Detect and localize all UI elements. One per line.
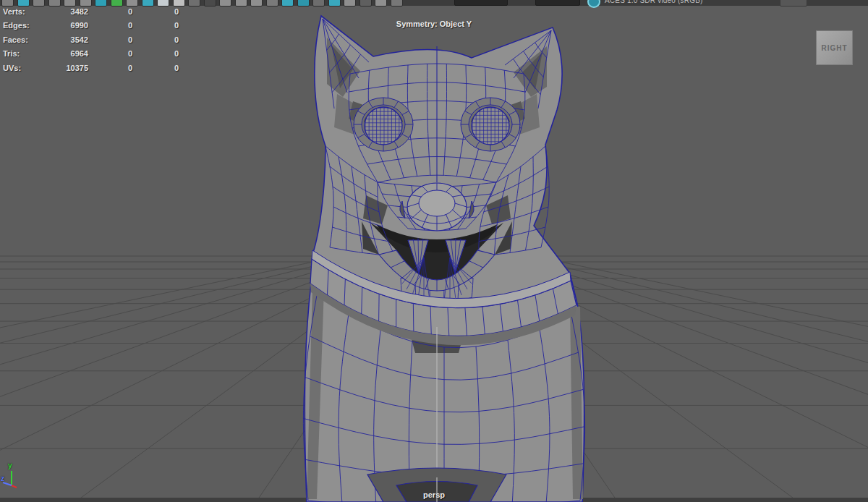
hud-faces-label: Faces: (3, 35, 28, 44)
hud-tris-col2: 0 (117, 49, 143, 58)
make-live-icon[interactable] (188, 0, 200, 7)
history-input-icon[interactable] (204, 0, 216, 7)
xray-icon[interactable] (375, 0, 387, 7)
mesh-edge (379, 294, 380, 321)
maya-viewport[interactable]: Verts: 3482 0 0 Edges: 6990 0 0 Faces: 3… (0, 0, 868, 502)
axis-y-label: y (8, 461, 12, 469)
toolbar-right-button[interactable] (780, 0, 807, 7)
mesh-edge (419, 190, 455, 216)
construction-history-icon[interactable] (235, 0, 247, 7)
hud-row-tris: Tris: 6964 0 0 (3, 48, 191, 61)
hud-row-faces: Faces: 3542 0 0 (3, 34, 191, 48)
ipr-render-icon[interactable] (266, 0, 278, 7)
eye-right (461, 98, 520, 151)
input-line-field[interactable] (535, 0, 580, 6)
eyeball (472, 107, 509, 145)
grid-line-radial (0, 256, 341, 502)
hud-uvs-label: UVs: (3, 64, 21, 72)
color-management-label: ACES 1.0 SDR video (sRGB) (605, 0, 703, 4)
zoom-tool-icon[interactable] (95, 0, 107, 7)
hud-faces-total: 3542 (45, 35, 88, 44)
camera-icon[interactable] (391, 0, 403, 7)
render-icon[interactable] (250, 0, 263, 7)
status-line-toolbar[interactable]: ACES 1.0 SDR video (sRGB) (0, 0, 868, 6)
highlight-bracket-icon[interactable] (111, 0, 123, 7)
hud-tris-col3: 0 (163, 49, 190, 58)
hud-tris-label: Tris: (3, 49, 20, 58)
symmetry-indicator: Symmetry: Object Y (0, 20, 868, 28)
view-cube-right-face[interactable]: RIGHT (816, 30, 853, 65)
axis-z-line (3, 482, 12, 485)
hud-tris-total: 6964 (45, 49, 88, 58)
hud-row-verts: Verts: 3482 0 0 (3, 6, 191, 20)
select-by-object-icon[interactable] (33, 0, 45, 7)
select-by-component-icon[interactable] (48, 0, 61, 7)
eye-left (354, 98, 413, 151)
hud-verts-total: 3482 (45, 7, 88, 16)
snap-to-grid-icon[interactable] (126, 0, 138, 7)
mesh-edge (413, 303, 414, 331)
grid-line-radial (0, 256, 354, 502)
dog-wireframe-model[interactable] (303, 16, 584, 502)
poly-count-c-icon[interactable] (173, 0, 185, 7)
shaded-sphere-icon[interactable] (312, 0, 325, 7)
hud-row-uvs: UVs: 10375 0 0 (3, 62, 191, 76)
hud-verts-col2: 0 (117, 7, 143, 16)
hud-poly-count: Verts: 3482 0 0 Edges: 6990 0 0 Faces: 3… (3, 6, 191, 76)
axis-z-label: z (1, 475, 4, 482)
hud-uvs-col3: 0 (163, 64, 190, 72)
wireframe-sphere-icon[interactable] (328, 0, 341, 7)
hud-verts-col3: 0 (163, 7, 190, 16)
eyeball (365, 107, 402, 145)
snap-settings-icon[interactable] (1, 0, 14, 7)
hud-uvs-total: 10375 (45, 64, 88, 72)
hud-uvs-col2: 0 (117, 64, 143, 72)
selection-mask-field[interactable] (454, 0, 508, 6)
paint-select-icon[interactable] (80, 0, 92, 7)
poly-count-b-icon[interactable] (157, 0, 169, 7)
hud-verts-label: Verts: (3, 7, 25, 16)
light-icon[interactable] (359, 0, 372, 7)
isolate-cube-icon[interactable] (297, 0, 310, 7)
axis-gizmo (3, 471, 17, 488)
render-settings-icon[interactable] (281, 0, 294, 7)
poly-count-a-icon[interactable] (142, 0, 154, 7)
axis-x-line (12, 485, 17, 488)
hud-faces-col3: 0 (163, 35, 190, 44)
camera-name-label: persp (0, 490, 868, 499)
select-by-hierarchy-icon[interactable] (17, 0, 30, 7)
hud-faces-col2: 0 (117, 35, 143, 44)
lasso-tool-icon[interactable] (64, 0, 76, 7)
history-output-icon[interactable] (219, 0, 231, 7)
textured-sphere-icon[interactable] (344, 0, 356, 7)
